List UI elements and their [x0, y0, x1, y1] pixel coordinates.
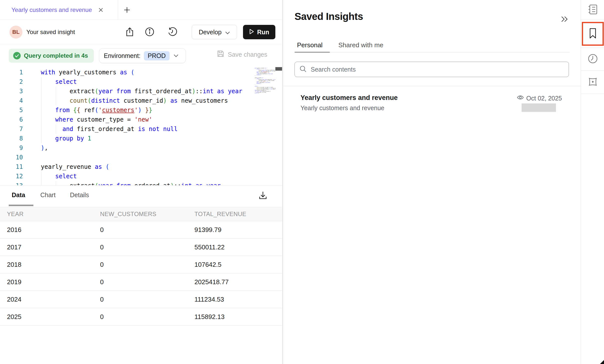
code-line: extract(year from ordered_at)::int as ye…	[41, 181, 242, 185]
tabs-baseline	[295, 52, 570, 52]
code-line: yearly_revenue as (	[41, 162, 242, 172]
tab-data[interactable]: Data	[12, 191, 25, 199]
table-cell: 2025418.77	[194, 278, 282, 286]
rail-item-saved-insights[interactable]	[581, 20, 604, 48]
tab-title: Yearly customers and revenue	[11, 6, 92, 13]
table-cell: 2016	[7, 226, 100, 234]
code-area[interactable]: with yearly_customers as ( select extrac…	[41, 68, 242, 185]
results-table: 2016091399.7920170550011.2220180107642.5…	[0, 221, 282, 326]
check-icon	[13, 52, 21, 59]
table-cell: 0	[100, 296, 194, 303]
tab-shared-with-me[interactable]: Shared with me	[338, 41, 383, 49]
run-button[interactable]: Run	[243, 25, 275, 39]
download-results-button[interactable]	[256, 189, 270, 203]
code-line: ),	[41, 143, 242, 153]
table-cell: 2024	[7, 296, 100, 303]
rail-item-dbt[interactable]	[581, 71, 604, 94]
line-number: 5	[0, 105, 23, 115]
play-icon	[249, 29, 254, 36]
table-row[interactable]: 2016091399.79	[0, 221, 282, 239]
code-line: and first_ordered_at is not null	[41, 124, 242, 134]
environment-label: Environment:	[104, 52, 140, 59]
new-tab-button[interactable]	[121, 4, 133, 16]
history-button[interactable]	[167, 26, 178, 38]
list-divider	[283, 86, 581, 86]
share-button[interactable]	[124, 26, 135, 38]
saved-insight-list-item[interactable]: Yearly customers and revenue Oct 02, 202…	[283, 91, 581, 118]
bookmark-icon	[588, 28, 598, 40]
table-cell: 115892.13	[194, 313, 282, 321]
saved-insights-panel: Saved Insights Personal Shared with me Y…	[283, 0, 581, 364]
query-status-badge: Query completed in 4s	[9, 49, 94, 63]
column-header-new-customers[interactable]: NEW_CUSTOMERS	[100, 211, 194, 218]
app-root: Yearly customers and revenue BL Your sav…	[0, 0, 604, 364]
table-cell: 0	[100, 313, 194, 321]
table-cell: 0	[100, 243, 194, 251]
table-cell: 2017	[7, 243, 100, 251]
table-cell: 111234.53	[194, 296, 282, 303]
editor-minimap[interactable]: with yearly_customers as ( select extrac…	[255, 68, 276, 182]
tab-yearly-customers-and-revenue[interactable]: Yearly customers and revenue	[0, 0, 118, 20]
table-row[interactable]: 20250115892.13	[0, 308, 282, 326]
line-number: 8	[0, 134, 23, 143]
table-row[interactable]: 20240111234.53	[0, 291, 282, 308]
clock-icon	[587, 53, 599, 66]
editor-scrollbar-thumb[interactable]	[275, 67, 282, 71]
save-icon	[217, 50, 225, 59]
environment-selector[interactable]: Environment: PROD	[99, 48, 186, 63]
status-row: Query completed in 4s Environment: PROD …	[0, 44, 282, 66]
insight-item-subtitle: Yearly customers and revenue	[301, 104, 384, 112]
sql-code-editor[interactable]: 12345678910111213 with yearly_customers …	[0, 66, 282, 185]
saved-insights-title: Saved Insights	[295, 11, 363, 22]
develop-dropdown[interactable]: Develop	[192, 25, 237, 39]
code-line: group by 1	[41, 134, 242, 143]
search-input[interactable]	[311, 66, 564, 73]
code-line: from {{ ref('customers') }}	[41, 105, 242, 115]
rail-item-notebook[interactable]	[581, 0, 604, 20]
results-section: Data Chart Details YEAR NEW_CUSTOMERS TO…	[0, 185, 282, 364]
line-number: 13	[0, 181, 23, 185]
info-icon	[144, 27, 155, 38]
table-row[interactable]: 20180107642.5	[0, 256, 282, 273]
code-line: with yearly_customers as (	[41, 68, 242, 77]
table-row[interactable]: 20170550011.22	[0, 239, 282, 256]
line-number: 4	[0, 96, 23, 105]
query-status-text: Query completed in 4s	[24, 52, 88, 59]
line-number: 9	[0, 143, 23, 153]
develop-label: Develop	[199, 29, 222, 36]
query-editor-panel: Yearly customers and revenue BL Your sav…	[0, 0, 282, 364]
search-contents-box[interactable]	[295, 62, 569, 77]
tab-chart[interactable]: Chart	[40, 191, 56, 199]
line-number-gutter: 12345678910111213	[0, 68, 23, 185]
line-number: 6	[0, 115, 23, 124]
table-row[interactable]: 201902025418.77	[0, 273, 282, 291]
minimap-code: with yearly_customers as ( select extrac…	[255, 68, 276, 93]
download-icon	[257, 190, 268, 202]
info-button[interactable]	[144, 26, 155, 38]
history-icon	[167, 27, 178, 38]
chevron-down-icon	[174, 54, 179, 57]
active-tab-indicator	[295, 52, 330, 53]
table-header-row: YEAR NEW_CUSTOMERS TOTAL_REVENUE	[0, 207, 282, 221]
rail-item-history[interactable]	[581, 48, 604, 71]
tab-close-icon[interactable]	[98, 7, 104, 13]
table-cell: 0	[100, 261, 194, 269]
right-icon-rail	[581, 0, 604, 364]
insight-title: Your saved insight	[26, 20, 75, 44]
column-header-total-revenue[interactable]: TOTAL_REVENUE	[194, 211, 282, 218]
tab-details[interactable]: Details	[70, 191, 89, 199]
column-header-year[interactable]: YEAR	[7, 211, 100, 218]
table-cell: 2025	[7, 313, 100, 321]
insight-toolbar: BL Your saved insight Develop	[0, 20, 282, 44]
table-cell: 107642.5	[194, 261, 282, 269]
collapse-panel-button[interactable]	[559, 14, 570, 25]
active-rail-highlight	[582, 22, 604, 46]
insight-item-meta: Oct 02, 2025	[517, 94, 562, 102]
table-cell: 2018	[7, 261, 100, 269]
tab-personal[interactable]: Personal	[297, 41, 323, 49]
share-icon	[124, 27, 135, 38]
save-changes-button[interactable]: Save changes	[217, 50, 267, 59]
double-chevron-right-icon	[560, 15, 569, 24]
active-tab-indicator	[9, 205, 33, 206]
resize-corner[interactable]	[600, 360, 604, 364]
